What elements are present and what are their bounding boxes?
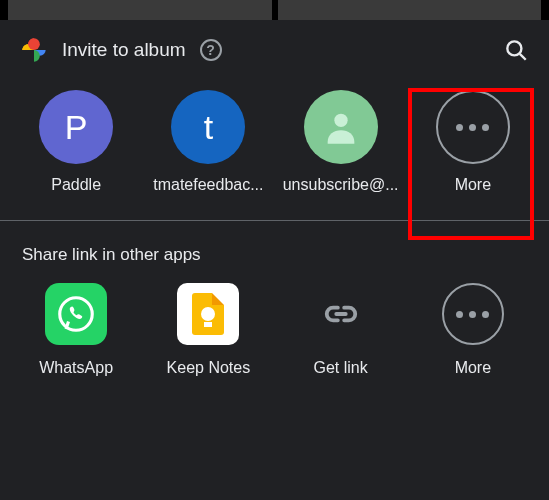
search-icon[interactable] <box>503 37 529 63</box>
app-get-link[interactable]: Get link <box>281 283 401 377</box>
ellipsis-icon <box>456 311 489 318</box>
app-more[interactable]: More <box>413 283 533 377</box>
help-icon[interactable]: ? <box>200 39 222 61</box>
app-keep-notes[interactable]: Keep Notes <box>148 283 268 377</box>
contact-tmatefeedback[interactable]: t tmatefeedbac... <box>148 90 268 194</box>
svg-line-2 <box>520 54 526 60</box>
contact-label: tmatefeedbac... <box>153 176 263 194</box>
google-photos-icon <box>20 36 48 64</box>
more-icon <box>442 283 504 345</box>
avatar <box>304 90 378 164</box>
app-label: WhatsApp <box>39 359 113 377</box>
contacts-row: P Paddle t tmatefeedbac... unsubscribe@.… <box>0 82 549 220</box>
link-icon <box>310 283 372 345</box>
contact-label: unsubscribe@... <box>283 176 399 194</box>
svg-point-3 <box>334 114 347 127</box>
share-header: Invite to album ? <box>0 20 549 82</box>
avatar-letter: t <box>204 108 213 147</box>
thumbnail <box>8 0 272 20</box>
contact-paddle[interactable]: P Paddle <box>16 90 136 194</box>
avatar-letter: P <box>65 108 88 147</box>
svg-point-4 <box>60 298 93 331</box>
ellipsis-icon <box>456 124 489 131</box>
contact-label: Paddle <box>51 176 101 194</box>
app-whatsapp[interactable]: WhatsApp <box>16 283 136 377</box>
person-icon <box>321 107 361 147</box>
contact-more[interactable]: More <box>413 90 533 194</box>
more-icon <box>436 90 510 164</box>
keep-notes-icon <box>177 283 239 345</box>
avatar: t <box>171 90 245 164</box>
page-title: Invite to album <box>62 39 186 61</box>
apps-row: WhatsApp Keep Notes Get link More <box>0 283 549 397</box>
section-title: Share link in other apps <box>0 221 549 283</box>
contact-unsubscribe[interactable]: unsubscribe@... <box>281 90 401 194</box>
whatsapp-icon <box>45 283 107 345</box>
app-label: More <box>455 359 491 377</box>
avatar: P <box>39 90 113 164</box>
svg-point-1 <box>507 41 521 55</box>
thumbnail <box>278 0 542 20</box>
thumbnail-strip <box>0 0 549 20</box>
app-label: Get link <box>314 359 368 377</box>
contact-label: More <box>455 176 491 194</box>
app-label: Keep Notes <box>167 359 251 377</box>
